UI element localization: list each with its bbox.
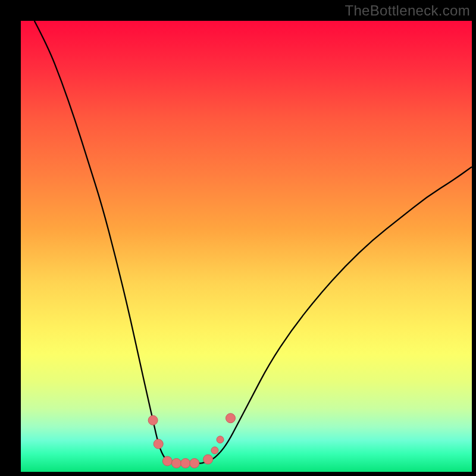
data-marker	[203, 455, 213, 464]
data-marker	[172, 459, 181, 468]
chart-overlay	[21, 21, 472, 472]
data-marker	[181, 459, 190, 468]
data-marker	[154, 439, 163, 449]
data-marker	[226, 414, 235, 423]
bottleneck-curves	[35, 21, 472, 464]
data-marker	[162, 456, 172, 466]
data-markers	[148, 414, 235, 468]
watermark-text: TheBottleneck.com	[345, 2, 470, 19]
right-bottleneck-curve	[201, 167, 472, 463]
chart-frame: TheBottleneck.com	[0, 0, 476, 476]
data-marker	[190, 459, 199, 468]
plot-area	[21, 21, 472, 472]
left-bottleneck-curve	[35, 21, 174, 464]
data-marker	[148, 415, 158, 425]
data-marker	[211, 447, 218, 454]
data-marker	[217, 436, 224, 443]
